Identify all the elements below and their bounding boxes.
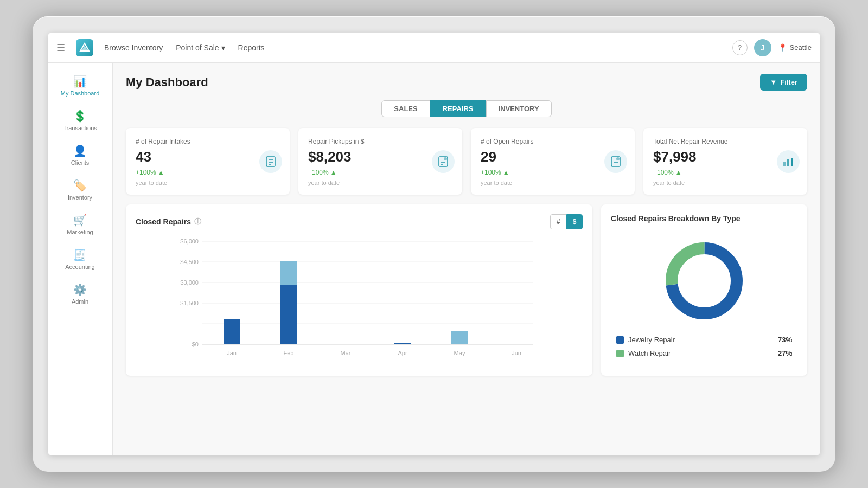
stat-card-repair-pickups: Repair Pickups in $ $8,203 +100% ▲ year … [298,128,462,195]
arrow-up-icon-2: ▲ [503,169,509,176]
stat-card-open-repairs: # of Open Repairs 29 +100% ▲ year to dat… [471,128,635,195]
sidebar: 📊 My Dashboard 💲 Transactions 👤 Clients … [48,63,113,455]
stat-date-3: year to date [653,179,797,186]
content-header: My Dashboard ▼ Filter [126,74,807,91]
filter-button[interactable]: ▼ Filter [760,74,807,91]
user-avatar[interactable]: J [754,39,771,56]
bar-chart-header: Closed Repairs ⓘ # $ [136,214,583,229]
transactions-icon: 💲 [73,110,87,123]
help-button[interactable]: ? [732,40,748,55]
hamburger-icon[interactable]: ☰ [56,42,65,54]
donut-chart-header: Closed Repairs Breakdown By Type [611,214,797,223]
watch-dot [616,350,624,357]
filter-icon: ▼ [770,78,777,86]
stat-date-0: year to date [136,179,280,186]
stat-card-revenue: Total Net Repair Revenue $7,998 +100% ▲ … [643,128,807,195]
donut-chart-card: Closed Repairs Breakdown By Type [601,204,807,376]
chart-toggle: # $ [550,214,583,229]
svg-rect-14 [787,159,789,166]
nav-browse-inventory[interactable]: Browse Inventory [104,43,163,52]
watch-pct: 27% [778,349,792,357]
stat-value-3: $7,998 [653,149,797,165]
jewelry-dot [616,336,624,344]
donut-hole [678,255,730,307]
svg-rect-15 [791,158,793,166]
dashboard-icon: 📊 [73,75,87,88]
stat-change-0: +100% ▲ [136,169,280,176]
toggle-hash-button[interactable]: # [550,214,566,229]
bar-may-light [451,331,468,344]
sidebar-label-dashboard: My Dashboard [61,90,100,97]
sidebar-label-accounting: Accounting [65,264,94,270]
stat-value-1: $8,203 [308,149,452,165]
svg-text:$0: $0 [192,341,199,348]
tab-sales[interactable]: SALES [381,100,430,117]
nav-right: ? J 📍 Seattle [732,39,812,56]
svg-text:$1,500: $1,500 [180,300,199,306]
donut-area: Jewelry Repair 73% Watch Repair [611,229,797,363]
stat-icon-1 [432,150,455,173]
logo [76,39,93,56]
svg-rect-13 [783,162,786,166]
toggle-dollar-button[interactable]: $ [566,214,583,229]
sidebar-item-marketing[interactable]: 🛒 Marketing [48,208,112,241]
sidebar-item-transactions[interactable]: 💲 Transactions [48,104,112,137]
stat-cards: # of Repair Intakes 43 +100% ▲ year to d… [126,128,807,195]
svg-text:Mar: Mar [341,350,351,356]
sidebar-item-admin[interactable]: ⚙️ Admin [48,278,112,310]
accounting-icon: 🧾 [73,248,87,261]
svg-text:$6,000: $6,000 [180,238,199,245]
stat-change-2: +100% ▲ [481,169,625,176]
nav-reports[interactable]: Reports [238,43,265,52]
svg-point-7 [444,157,447,160]
stat-date-1: year to date [308,179,452,186]
inventory-icon: 🏷️ [73,179,87,192]
location-badge: 📍 Seattle [778,43,812,52]
stat-label-1: Repair Pickups in $ [308,138,452,145]
bar-feb-dark [280,285,297,344]
sidebar-item-accounting[interactable]: 🧾 Accounting [48,243,112,275]
sidebar-item-dashboard[interactable]: 📊 My Dashboard [48,69,112,102]
bar-chart-title: Closed Repairs ⓘ [136,217,201,227]
svg-text:Apr: Apr [398,350,407,356]
svg-text:May: May [454,350,465,356]
legend-item-watch: Watch Repair 27% [616,349,792,357]
nav-point-of-sale[interactable]: Point of Sale ▾ [176,43,225,52]
tab-repairs[interactable]: REPAIRS [430,100,486,117]
sidebar-item-inventory[interactable]: 🏷️ Inventory [48,174,112,206]
sidebar-item-clients[interactable]: 👤 Clients [48,139,112,171]
arrow-up-icon-3: ▲ [675,169,682,176]
svg-text:$3,000: $3,000 [180,279,199,286]
svg-text:Jun: Jun [512,350,521,356]
stat-icon-2 [604,150,627,173]
jewelry-pct: 73% [778,336,792,344]
bar-chart-svg: $6,000 $4,500 $3,000 $1,500 $0 [136,236,583,366]
donut-svg [658,235,750,327]
info-icon: ⓘ [194,217,201,227]
chevron-down-icon: ▾ [221,43,225,52]
stat-value-0: 43 [136,149,280,165]
stat-change-3: +100% ▲ [653,169,797,176]
admin-icon: ⚙️ [73,283,87,296]
donut-chart-title: Closed Repairs Breakdown By Type [611,214,741,223]
stat-card-repair-intakes: # of Repair Intakes 43 +100% ▲ year to d… [126,128,290,195]
sidebar-label-admin: Admin [72,298,88,305]
sidebar-label-clients: Clients [71,159,90,166]
nav-links: Browse Inventory Point of Sale ▾ Reports [104,43,722,52]
clients-icon: 👤 [73,144,87,157]
legend-item-jewelry: Jewelry Repair 73% [616,336,792,344]
stat-icon-3 [777,150,800,173]
stat-label-0: # of Repair Intakes [136,138,280,145]
tab-inventory[interactable]: INVENTORY [486,100,552,117]
chart-legend: Jewelry Repair 73% Watch Repair [611,336,797,363]
main-content: My Dashboard ▼ Filter SALES REPAIRS INVE… [113,63,820,455]
location-label: Seattle [790,43,812,52]
main-layout: 📊 My Dashboard 💲 Transactions 👤 Clients … [48,63,820,455]
sidebar-label-marketing: Marketing [67,229,93,235]
top-nav: ☰ Browse Inventory Point of Sale ▾ Repor… [48,33,820,63]
arrow-up-icon-1: ▲ [330,169,337,176]
marketing-icon: 🛒 [73,214,87,227]
stat-label-2: # of Open Repairs [481,138,625,145]
svg-point-11 [616,157,620,160]
stat-icon-0 [259,150,282,173]
